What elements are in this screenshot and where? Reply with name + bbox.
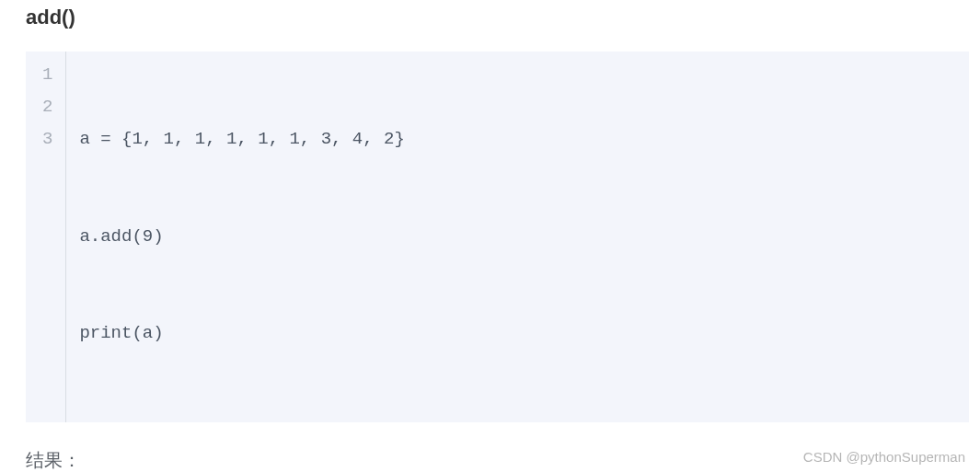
line-number: 1 <box>42 59 52 91</box>
code-line: a = {1, 1, 1, 1, 1, 1, 3, 4, 2} <box>79 123 404 155</box>
code-block: 1 2 3 a = {1, 1, 1, 1, 1, 1, 3, 4, 2} a.… <box>26 52 969 422</box>
section-heading: add() <box>0 0 980 29</box>
code-content: a = {1, 1, 1, 1, 1, 1, 3, 4, 2} a.add(9)… <box>66 52 417 422</box>
code-line: a.add(9) <box>79 221 404 253</box>
watermark: CSDN @pythonSuperman <box>803 449 965 465</box>
line-number: 2 <box>42 91 52 123</box>
line-number-gutter: 1 2 3 <box>26 52 66 422</box>
line-number: 3 <box>42 123 52 155</box>
code-line: print(a) <box>79 317 404 350</box>
